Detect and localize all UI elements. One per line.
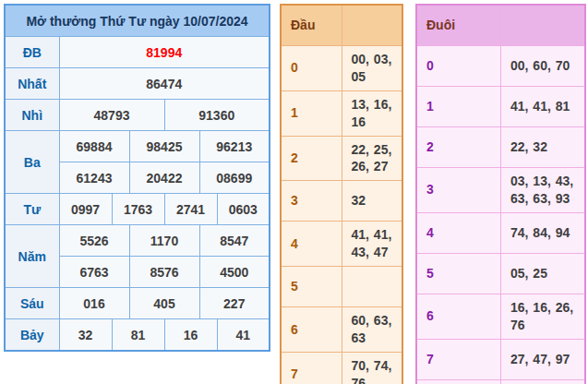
table-row: Bảy 32 81 16 41: [5, 319, 270, 352]
table-row: 332: [281, 181, 402, 222]
duoi-row-digit: 5: [416, 253, 501, 294]
prize-value: 08699: [199, 162, 270, 194]
prize-value: 98425: [129, 131, 199, 162]
prize-label-nam: Năm: [5, 225, 59, 288]
duoi-row-values: 03, 13, 43, 63, 63, 93: [501, 168, 586, 213]
table-row: ĐB 81994: [5, 37, 270, 68]
duoi-row-values: 74, 84, 94: [501, 212, 586, 253]
dau-row-digit: 5: [281, 267, 342, 307]
dau-row-values: 22, 25, 26, 27: [342, 136, 402, 181]
prize-value: 8576: [129, 257, 199, 288]
dau-row-values: 13, 16, 16: [342, 90, 402, 136]
table-row: Đuôi: [416, 5, 585, 46]
table-row: Nhất 86474: [5, 68, 270, 100]
prize-value: 41: [217, 319, 270, 352]
table-row: 303, 13, 43, 63, 63, 93: [416, 168, 585, 213]
dau-row-digit: 4: [281, 222, 342, 267]
prize-value: 69884: [59, 131, 129, 162]
duoi-row-digit: 0: [416, 46, 501, 87]
prize-label-db: ĐB: [5, 37, 59, 68]
duoi-row-digit: 7: [416, 339, 501, 379]
prize-label-nhat: Nhất: [5, 68, 59, 100]
prize-value: 0997: [59, 194, 112, 225]
duoi-table-title: Đuôi: [416, 5, 501, 46]
prize-value: 6763: [59, 257, 129, 288]
prize-value: 2741: [164, 194, 217, 225]
prize-value: 61243: [59, 162, 129, 194]
table-row: 474, 84, 94: [416, 212, 585, 253]
duoi-row-digit: 1: [416, 87, 501, 127]
prize-label-nhi: Nhì: [5, 100, 59, 131]
dau-row-digit: 6: [281, 307, 342, 353]
prize-value: 016: [59, 288, 129, 319]
prize-value: 227: [199, 288, 270, 319]
dau-row-digit: 7: [281, 352, 342, 384]
dau-table-title: Đầu: [281, 5, 342, 46]
dau-row-values: 00, 03, 05: [342, 46, 402, 91]
duoi-row-digit: 4: [416, 212, 501, 253]
duoi-title-spacer: [501, 5, 586, 46]
table-row: 000, 03, 05: [281, 46, 402, 91]
prize-value-special: 81994: [59, 37, 270, 68]
table-row: 222, 25, 26, 27: [281, 136, 402, 181]
duoi-row-values: 00, 60, 70: [501, 46, 586, 87]
duoi-row-values: 41, 41, 81: [501, 87, 586, 127]
lottery-results-table: Mở thưởng Thứ Tư ngày 10/07/2024 ĐB 8199…: [4, 4, 270, 352]
table-row: 8: [416, 379, 585, 384]
duoi-row-digit: 8: [416, 379, 501, 384]
dau-title-spacer: [342, 5, 402, 46]
prize-value: 4500: [199, 257, 270, 288]
table-row: 113, 16, 16: [281, 90, 402, 136]
prize-label-tu: Tư: [5, 194, 59, 225]
prize-label-bay: Bảy: [5, 319, 59, 352]
dau-row-digit: 3: [281, 181, 342, 222]
table-row: 770, 74, 76: [281, 352, 402, 384]
lottery-results-page: Mở thưởng Thứ Tư ngày 10/07/2024 ĐB 8199…: [0, 0, 588, 384]
table-row: 616, 16, 26, 76: [416, 294, 585, 339]
prize-value: 8547: [199, 225, 270, 257]
results-table-title: Mở thưởng Thứ Tư ngày 10/07/2024: [5, 5, 270, 37]
prize-label-ba: Ba: [5, 131, 59, 194]
dau-row-values: 41, 41, 43, 47: [342, 222, 402, 267]
duoi-row-values: 27, 47, 97: [501, 339, 586, 379]
prize-value: 405: [129, 288, 199, 319]
table-row: 441, 41, 43, 47: [281, 222, 402, 267]
prize-value: 96213: [199, 131, 270, 162]
duoi-row-digit: 3: [416, 168, 501, 213]
table-row: Tư 0997 1763 2741 0603: [5, 194, 270, 225]
dau-row-digit: 2: [281, 136, 342, 181]
table-row: 660, 63, 63: [281, 307, 402, 353]
prize-label-sau: Sáu: [5, 288, 59, 319]
prize-value: 1170: [129, 225, 199, 257]
prize-value: 81: [112, 319, 164, 352]
table-row: Nhì 48793 91360: [5, 100, 270, 131]
duoi-row-digit: 6: [416, 294, 501, 339]
duoi-row-values: 16, 16, 26, 76: [501, 294, 586, 339]
table-row: 5: [281, 267, 402, 307]
duoi-row-values: 22, 32: [501, 127, 586, 168]
table-row: 222, 32: [416, 127, 585, 168]
prize-value: 5526: [59, 225, 129, 257]
duoi-row-values: [501, 379, 586, 384]
table-row: Ba 69884 98425 96213: [5, 131, 270, 162]
prize-value: 16: [164, 319, 217, 352]
dau-row-values: [342, 267, 402, 307]
prize-value: 20422: [129, 162, 199, 194]
duoi-row-values: 05, 25: [501, 253, 586, 294]
table-row: 727, 47, 97: [416, 339, 585, 379]
dau-row-digit: 0: [281, 46, 342, 91]
dau-row-values: 60, 63, 63: [342, 307, 402, 353]
prize-value: 48793: [59, 100, 164, 131]
dau-row-values: 70, 74, 76: [342, 352, 402, 384]
prize-value: 0603: [217, 194, 270, 225]
dau-row-values: 32: [342, 181, 402, 222]
table-row: 000, 60, 70: [416, 46, 585, 87]
prize-value: 91360: [164, 100, 270, 131]
prize-value: 86474: [59, 68, 270, 100]
dau-row-digit: 1: [281, 90, 342, 136]
table-row: Đầu: [281, 5, 402, 46]
table-row: Năm 5526 1170 8547: [5, 225, 270, 257]
prize-value: 32: [59, 319, 112, 352]
table-row: 505, 25: [416, 253, 585, 294]
dau-summary-table: Đầu 000, 03, 05113, 16, 16222, 25, 26, 2…: [280, 4, 403, 384]
